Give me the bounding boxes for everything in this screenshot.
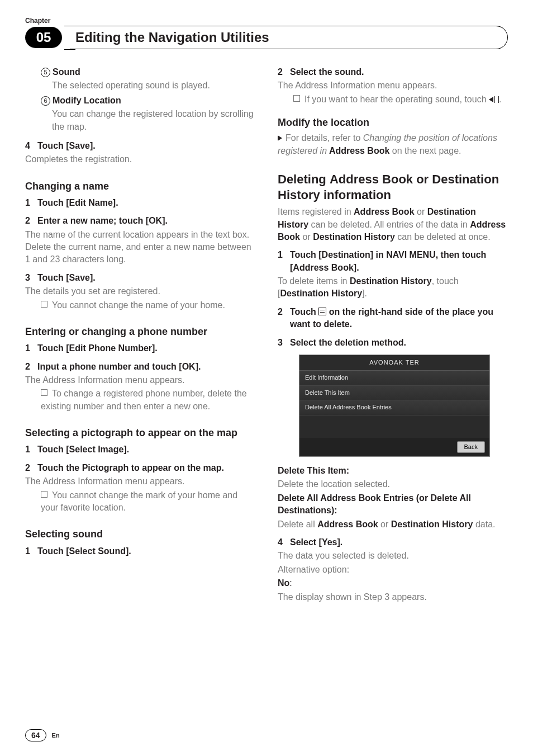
modloc-a: For details, refer to	[285, 133, 363, 143]
delete-all-h: Delete All Address Book Entries (or Dele…	[278, 492, 508, 517]
cn-step3: Touch [Save].	[37, 272, 96, 284]
heading-modify-location: Modify the location	[278, 116, 508, 130]
chapter-number: 05	[25, 27, 62, 48]
page-number: 64	[25, 729, 46, 741]
step4-body: Completes the registration.	[25, 153, 255, 166]
list-icon	[318, 308, 326, 315]
d-step3: Select the deletion method.	[290, 337, 406, 349]
d-step4-b2: Alternative option:	[278, 564, 508, 576]
pi-step2-body: The Address Information menu appears.	[25, 475, 255, 488]
dp1a: Items registered in	[278, 207, 354, 216]
heading-changing-name: Changing a name	[25, 179, 255, 193]
page-lang: En	[52, 732, 60, 739]
cn-step1: Touch [Edit Name].	[37, 197, 118, 209]
sound-icon	[489, 96, 499, 103]
heading-phone: Entering or changing a phone number	[25, 325, 255, 339]
heading-pictograph: Selecting a pictograph to appear on the …	[25, 426, 255, 440]
delete-this-item-b: Delete the location selected.	[278, 478, 508, 490]
no-b: The display shown in Step 3 appears.	[278, 591, 508, 603]
dab-e: data.	[473, 519, 495, 529]
pi-step2: Touch the Pictograph to appear on the ma…	[37, 462, 224, 474]
modloc-bold: Address Book	[327, 146, 389, 155]
deletion-menu-screenshot: AVONOAK TER Edit Information Delete This…	[299, 355, 490, 457]
d1bb: Destination History	[350, 276, 432, 286]
cn-step3-note: You cannot change the name of your home.	[52, 300, 225, 310]
d1be: ].	[362, 289, 367, 298]
hd-a: Deleting	[278, 172, 330, 186]
d-step4-b1: The data you selected is deleted.	[278, 550, 508, 562]
cn-step2: Enter a new name; touch [OK].	[37, 215, 168, 227]
dab-a: Delete all	[278, 519, 317, 529]
dab-c: or	[378, 519, 391, 529]
circled-6-icon: 6	[41, 96, 50, 106]
cn-step2-body: The name of the current location appears…	[25, 229, 255, 266]
ph-step2-body: The Address Information menu appears.	[25, 374, 255, 386]
d-step1: Touch [Destination] in NAVI MENU, then t…	[290, 249, 508, 274]
delete-this-item-h: Delete This Item:	[278, 465, 508, 477]
r-step2-note-a: If you want to hear the operating sound,…	[304, 94, 489, 104]
note-bullet-icon	[41, 389, 47, 396]
left-column: 5Sound The selected operating sound is p…	[25, 66, 255, 604]
note-bullet-icon	[41, 301, 47, 308]
cn-step3-body: The details you set are registered.	[25, 285, 255, 297]
dp1i: can be deleted at once.	[395, 232, 491, 242]
pi-step2-note: You cannot change the mark of your home …	[41, 490, 237, 512]
chapter-title-frame: Editing the Navigation Utilities	[70, 26, 508, 49]
d1ba: To delete items in	[278, 276, 350, 286]
hd-e: information	[320, 188, 391, 202]
sc-back-button[interactable]: Back	[457, 441, 485, 453]
chapter-header: 05 Editing the Navigation Utilities	[25, 26, 508, 49]
chapter-title: Editing the Navigation Utilities	[75, 30, 269, 45]
dp1c: or	[415, 207, 427, 216]
note-bullet-icon	[41, 491, 47, 498]
dp1e: can be deleted. All entries of the data …	[308, 220, 470, 229]
right-column: 2Select the sound. The Address Informati…	[278, 66, 508, 604]
d-step4: Select [Yes].	[290, 536, 342, 549]
circled-5-icon: 5	[41, 68, 50, 77]
heading-selecting-sound: Selecting sound	[25, 527, 255, 541]
arrow-right-icon	[278, 135, 282, 141]
r-step2-note-b: .	[499, 94, 501, 104]
r-step2-body: The Address Information menu appears.	[278, 79, 508, 92]
sc-row-delete-all[interactable]: Delete All Address Book Entries	[299, 400, 489, 415]
hd-b: Address Book	[330, 172, 413, 186]
ph-step2: Input a phone number and touch [OK].	[37, 361, 201, 373]
chapter-kicker: Chapter	[25, 17, 508, 25]
modloc-c: on the next page.	[389, 146, 461, 155]
item-modify-location-body: You can change the registered location b…	[41, 108, 255, 133]
item-modify-location-label: Modify Location	[53, 96, 121, 105]
d1bd: Destination History	[280, 289, 362, 298]
heading-deleting: Deleting Address Book or Destination His…	[278, 172, 508, 202]
r-step2: Select the sound.	[290, 66, 364, 78]
ph-step1: Touch [Edit Phone Number].	[37, 342, 158, 355]
dab-b: Address Book	[317, 519, 378, 529]
page-footer: 64 En	[25, 729, 60, 741]
ph-step2-note: To change a registered phone number, del…	[41, 389, 247, 410]
dp1b: Address Book	[354, 207, 414, 216]
so-step1: Touch [Select Sound].	[37, 545, 131, 557]
item-sound-label: Sound	[53, 67, 80, 77]
dab-d: Destination History	[391, 519, 473, 529]
hd-c: or	[413, 172, 432, 186]
pi-step1: Touch [Select Image].	[37, 443, 129, 456]
dp1g: or	[300, 232, 313, 242]
item-sound-body: The selected operating sound is played.	[41, 79, 255, 92]
note-bullet-icon	[293, 95, 300, 102]
sc-row-delete-item[interactable]: Delete This Item	[299, 386, 489, 400]
sc-title: AVONOAK TER	[299, 355, 489, 371]
sc-row-edit[interactable]: Edit Information	[299, 371, 489, 385]
step4-title: Touch [Save].	[37, 140, 96, 152]
no-h: No	[278, 578, 289, 588]
d-step2a: Touch	[290, 307, 318, 316]
dp1h: Destination History	[313, 232, 395, 242]
